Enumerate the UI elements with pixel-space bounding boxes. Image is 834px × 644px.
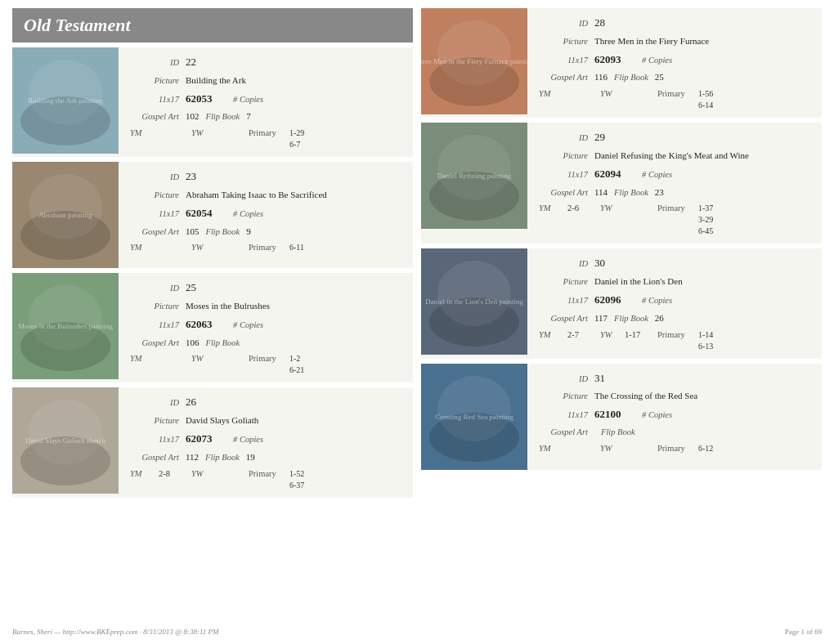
ym-label: YM xyxy=(130,127,150,141)
size-label: 11x17 xyxy=(539,168,588,182)
card-item: Crossing Red Sea painting ID 31Picture T… xyxy=(421,364,822,470)
catalog-value: 62093 xyxy=(594,51,635,69)
copies-label: # Copies xyxy=(642,409,672,423)
primary-value: 6-12 xyxy=(698,443,713,454)
ym-row: YM YW Primary 6-12 xyxy=(539,442,810,456)
ym-label: YM xyxy=(130,467,150,481)
catalog-value: 62094 xyxy=(594,166,635,183)
flip-label: Flip Book xyxy=(206,337,240,351)
section-title: Old Testament xyxy=(24,15,401,36)
svg-text:Building the Ark painting: Building the Ark painting xyxy=(28,96,104,105)
card-info: ID 29Picture Daniel Refusing the King's … xyxy=(527,123,822,244)
card-item: Three Men in the Fiery Furnace painting … xyxy=(421,8,822,118)
card-item: Moses in the Bulrushes painting ID 25Pic… xyxy=(12,273,413,382)
size-row: 11x17 62053 # Copies xyxy=(130,91,401,108)
picture-label: Picture xyxy=(130,414,179,428)
section-header: Old Testament xyxy=(12,8,413,42)
id-label: ID xyxy=(539,132,588,145)
picture-label: Picture xyxy=(130,300,179,314)
card-info: ID 25Picture Moses in the Bulrushes11x17… xyxy=(119,273,413,382)
ga-value: 112 xyxy=(186,450,199,465)
picture-label: Picture xyxy=(539,275,588,289)
id-value: 30 xyxy=(594,255,605,272)
left-column: Old Testament Building the Ark painting … xyxy=(12,8,413,503)
ym-row: YM 2-6 YW Primary 1-373-296-45 xyxy=(539,202,810,237)
card-item: David Slays Goliath sketch ID 26Picture … xyxy=(12,387,413,497)
picture-row: Picture The Crossing of the Red Sea xyxy=(539,389,810,404)
ga-label: Gospel Art xyxy=(539,71,588,85)
card-image: David Slays Goliath sketch xyxy=(12,387,119,494)
size-label: 11x17 xyxy=(130,319,179,333)
ym-label: YM xyxy=(539,202,559,216)
size-row: 11x17 62100 # Copies xyxy=(539,406,810,423)
svg-text:Crossing Red Sea painting: Crossing Red Sea painting xyxy=(435,413,513,421)
ga-label: Gospel Art xyxy=(130,226,179,239)
primary-label: Primary xyxy=(657,202,690,216)
catalog-value: 62100 xyxy=(594,406,635,423)
card-image: Abraham painting xyxy=(12,162,119,268)
footer-left: Barnes, Sheri — http://www.BKEprep.com ·… xyxy=(12,628,219,636)
right-column: Three Men in the Fiery Furnace painting … xyxy=(421,8,822,503)
copies-label: # Copies xyxy=(233,208,263,221)
footer-right: Page 1 of 69 xyxy=(785,628,822,636)
ga-value: 105 xyxy=(186,225,200,239)
yw-label: YW xyxy=(191,241,208,255)
card-info: ID 30Picture Daniel in the Lion's Den11x… xyxy=(527,248,822,358)
primary-value: 6-11 xyxy=(289,242,304,253)
ym-row: YM YW Primary 1-296-7 xyxy=(130,127,401,150)
picture-label: Picture xyxy=(130,74,179,88)
id-label: ID xyxy=(130,171,179,185)
copies-label: # Copies xyxy=(642,54,672,68)
catalog-value: 62054 xyxy=(186,205,226,222)
flip-label: Flip Book xyxy=(206,110,240,124)
primary-label: Primary xyxy=(657,442,690,456)
id-value: 23 xyxy=(186,168,196,186)
ym-row: YM 2-8 YW Primary 1-526-37 xyxy=(130,467,401,491)
card-info: ID 23Picture Abraham Taking Isaac to Be … xyxy=(119,162,413,268)
primary-label: Primary xyxy=(249,467,281,481)
gospel-art-row: Gospel Art 117 Flip Book 26 xyxy=(539,311,810,326)
picture-label: Picture xyxy=(539,390,588,404)
yw-label: YW xyxy=(191,352,208,366)
card-image: Daniel in the Lion's Den painting xyxy=(421,248,527,355)
id-value: 25 xyxy=(186,280,196,297)
yw-label: YW xyxy=(191,127,208,141)
ga-label: Gospel Art xyxy=(539,186,588,200)
size-label: 11x17 xyxy=(539,409,588,423)
ga-label: Gospel Art xyxy=(539,426,588,440)
size-row: 11x17 62096 # Copies xyxy=(539,292,810,309)
svg-text:Daniel Refusing painting: Daniel Refusing painting xyxy=(437,172,512,180)
gospel-art-row: Gospel Art 112 Flip Book 19 xyxy=(130,450,401,465)
id-row: ID 29 xyxy=(539,129,810,146)
left-cards-container: Building the Ark painting ID 22Picture B… xyxy=(12,47,413,498)
ga-label: Gospel Art xyxy=(130,337,179,351)
primary-value: 1-26-21 xyxy=(289,353,304,376)
id-value: 31 xyxy=(594,370,605,387)
copies-label: # Copies xyxy=(642,168,672,182)
svg-text:Abraham painting: Abraham painting xyxy=(38,211,92,219)
ym-label: YM xyxy=(130,352,150,366)
catalog-value: 62073 xyxy=(186,431,226,448)
flip-value: 23 xyxy=(655,186,664,200)
card-image: Building the Ark painting xyxy=(12,47,119,154)
card-image: Crossing Red Sea painting xyxy=(421,364,527,470)
copies-label: # Copies xyxy=(233,319,263,333)
size-label: 11x17 xyxy=(539,294,588,308)
flip-value: 25 xyxy=(655,70,664,85)
id-label: ID xyxy=(130,282,179,296)
ym-value: 2-7 xyxy=(567,329,592,342)
yw-label: YW xyxy=(600,442,617,456)
card-item: Abraham painting ID 23Picture Abraham Ta… xyxy=(12,162,413,268)
ga-label: Gospel Art xyxy=(130,110,179,124)
yw-label: YW xyxy=(600,87,617,101)
ga-value: 117 xyxy=(594,311,608,326)
card-item: Daniel Refusing painting ID 29Picture Da… xyxy=(421,123,822,244)
id-row: ID 28 xyxy=(539,15,810,32)
card-item: Building the Ark painting ID 22Picture B… xyxy=(12,47,413,157)
size-row: 11x17 62094 # Copies xyxy=(539,166,810,183)
size-row: 11x17 62093 # Copies xyxy=(539,51,810,69)
yw-label: YW xyxy=(600,202,617,216)
primary-value: 1-296-7 xyxy=(289,127,304,150)
ym-label: YM xyxy=(539,442,559,456)
id-label: ID xyxy=(539,257,588,271)
